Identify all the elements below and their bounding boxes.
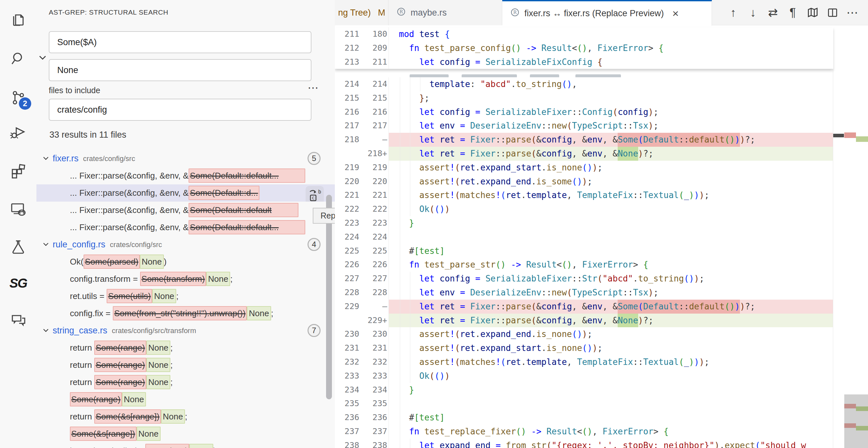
- code-line[interactable]: 230230 assert!(ret.expand_end.is_none())…: [335, 327, 833, 341]
- editor-scrollbar[interactable]: [844, 394, 868, 448]
- code-line[interactable]: 238238 let expand_end = from_str("{regex…: [335, 439, 833, 448]
- search-result-row[interactable]: Some(range)None: [36, 391, 335, 408]
- remote-explorer-icon[interactable]: [0, 193, 36, 225]
- code-line[interactable]: 225225 #[test]: [335, 244, 833, 258]
- code-line[interactable]: 236236 #[test]: [335, 411, 833, 425]
- search-result-row[interactable]: let replaced = list(s, Some(sep)None): [36, 443, 335, 448]
- file-header-string_case.rs[interactable]: string_case.rscrates/config/src/transfor…: [36, 322, 335, 339]
- tab-working-tree[interactable]: ng Tree) M: [335, 0, 389, 25]
- search-result-row[interactable]: return Some(range)None;: [36, 339, 335, 356]
- line-number-modified: 236: [359, 411, 387, 425]
- previous-change-button[interactable]: ↑: [723, 3, 743, 23]
- removed-text-chip: Some(range): [94, 341, 146, 355]
- line-number-modified: 226: [359, 258, 387, 272]
- explorer-icon[interactable]: [0, 4, 36, 36]
- code-line[interactable]: 229– let ret = Fixer::parse(&config, &en…: [335, 300, 833, 314]
- chevron-down-icon[interactable]: [37, 52, 48, 63]
- chevron-down-icon[interactable]: [41, 154, 50, 164]
- next-change-button[interactable]: ↓: [743, 3, 763, 23]
- line-number-original: 237: [335, 425, 359, 439]
- chevron-down-icon[interactable]: [41, 326, 50, 336]
- search-result-row[interactable]: return Some(&s[range])None;: [36, 408, 335, 425]
- code-line[interactable]: 217217 let env = DeserializeEnv::new(Typ…: [335, 119, 833, 133]
- code-line[interactable]: 232232 assert!(matches!(ret.template, Te…: [335, 355, 833, 369]
- line-number-original: 234: [335, 383, 359, 397]
- search-result-row[interactable]: Some(&s[range])None: [36, 425, 335, 443]
- search-result-row[interactable]: Ok(Some(parsed)None): [36, 253, 335, 270]
- code-line[interactable]: 214214 template: "abcd".to_string(),: [335, 77, 833, 91]
- code-line[interactable]: 227227 let config = SerializableFixer::S…: [335, 272, 833, 286]
- comments-icon[interactable]: [0, 304, 36, 336]
- search-result-row[interactable]: ... Fixer::parse(&config, &env, &Some(De…: [36, 184, 335, 202]
- removed-text-chip: Some(Default::default...: [189, 169, 305, 183]
- code-line[interactable]: 229+ let ret = Fixer::parse(&config, &en…: [335, 314, 833, 328]
- code-line[interactable]: 231231 assert!(ret.expand_start.is_none(…: [335, 341, 833, 355]
- search-result-row[interactable]: ... Fixer::parse(&config, &env, &Some(De…: [36, 219, 335, 236]
- toggle-whitespace-button[interactable]: ¶: [783, 3, 803, 23]
- removed-text-chip: Some(transform): [140, 272, 206, 286]
- search-result-row[interactable]: config.transform = Some(transform)None;: [36, 270, 335, 288]
- file-header-fixer.rs[interactable]: fixer.rscrates/config/src5: [36, 150, 335, 167]
- extensions-icon[interactable]: [0, 155, 36, 187]
- code-line[interactable]: 222222 Ok(()): [335, 202, 833, 216]
- ast-grep-icon[interactable]: SG: [0, 267, 36, 299]
- search-result-row[interactable]: return Some(range)None;: [36, 374, 335, 391]
- map-icon[interactable]: [803, 3, 823, 23]
- split-editor-button[interactable]: [823, 3, 842, 23]
- code-line[interactable]: 223223 }: [335, 216, 833, 230]
- code-text: assert!(ret.expand_end.is_none());: [389, 327, 833, 341]
- search-result-row[interactable]: ret.utils = Some(utils)None;: [36, 288, 335, 305]
- testing-icon[interactable]: [0, 231, 36, 263]
- replace-pattern-input[interactable]: [49, 59, 311, 81]
- line-number-original: 215: [335, 91, 359, 105]
- line-number-original: 219: [335, 161, 359, 175]
- source-control-icon[interactable]: 2: [0, 82, 36, 114]
- code-line[interactable]: 212209 fn test_parse_config() -> Result<…: [335, 41, 833, 55]
- run-debug-icon[interactable]: [0, 116, 36, 149]
- code-line[interactable]: 218+ let ret = Fixer::parse(&config, &en…: [335, 147, 833, 161]
- search-pattern-input[interactable]: [49, 31, 311, 53]
- sidebar-scrollbar[interactable]: [326, 195, 332, 399]
- clipped-code-line: [335, 70, 833, 77]
- code-line[interactable]: 226226 fn test_parse_str() -> Result<(),…: [335, 258, 833, 272]
- tab-maybe-rs[interactable]: R maybe.rs: [389, 0, 502, 25]
- close-icon[interactable]: ×: [672, 7, 679, 20]
- toggle-details-button[interactable]: ⋯: [308, 81, 319, 94]
- code-line[interactable]: 219219 assert!(ret.expand_start.is_none(…: [335, 161, 833, 175]
- code-line[interactable]: 220220 assert!(ret.expand_end.is_some())…: [335, 175, 833, 188]
- match-count-badge: 7: [308, 324, 320, 337]
- code-line[interactable]: 215215 };: [335, 91, 833, 105]
- file-header-rule_config.rs[interactable]: rule_config.rscrates/config/src4: [36, 236, 335, 253]
- search-result-row[interactable]: ... Fixer::parse(&config, &env, &Some(De…: [36, 202, 335, 219]
- line-number-original: 236: [335, 411, 359, 425]
- code-line[interactable]: 224224: [335, 230, 833, 244]
- code-line[interactable]: 213211 let config = SerializableFixConfi…: [335, 55, 833, 69]
- files-to-include-input[interactable]: [49, 99, 311, 121]
- more-actions-button[interactable]: ⋯: [842, 3, 862, 23]
- file-path: crates/config/src: [83, 154, 135, 163]
- code-line[interactable]: 233233 Ok(()): [335, 369, 833, 383]
- code-line[interactable]: 218– let ret = Fixer::parse(&config, &en…: [335, 133, 833, 147]
- code-line[interactable]: 228228 let env = DeserializeEnv::new(Typ…: [335, 286, 833, 300]
- code-line[interactable]: 234234 }: [335, 383, 833, 397]
- swap-diff-sides-button[interactable]: ⇄: [763, 3, 783, 23]
- code-text: template: "abcd".to_string(),: [389, 77, 833, 91]
- search-result-row[interactable]: return Some(range)None;: [36, 356, 335, 374]
- search-result-row[interactable]: ... Fixer::parse(&config, &env, &Some(De…: [36, 167, 335, 184]
- code-line[interactable]: 235235: [335, 397, 833, 411]
- replace-button[interactable]: bc: [306, 186, 324, 202]
- code-line[interactable]: 216216 let config = SerializableFixer::C…: [335, 105, 833, 119]
- diff-editor[interactable]: 214214 template: "abcd".to_string(),2152…: [335, 25, 868, 448]
- code-line[interactable]: 211180mod test {: [335, 27, 833, 41]
- line-number-modified: 225: [359, 244, 387, 258]
- code-line[interactable]: 221221 assert!(matches!(ret.template, Te…: [335, 188, 833, 202]
- search-icon[interactable]: [0, 42, 36, 75]
- chevron-down-icon[interactable]: [41, 240, 50, 250]
- ruler-diff-mark: [856, 407, 868, 411]
- tab-replace-preview[interactable]: R fixer.rs ↔ fixer.rs (Replace Preview) …: [502, 0, 712, 26]
- removed-text-chip: Some(range): [94, 358, 146, 372]
- line-number-modified: 230: [359, 327, 387, 341]
- code-line[interactable]: 237237 fn test_replace_fixer() -> Result…: [335, 425, 833, 439]
- line-number-original: 232: [335, 355, 359, 369]
- search-result-row[interactable]: config.fix = Some(from_str("string!!").u…: [36, 305, 335, 322]
